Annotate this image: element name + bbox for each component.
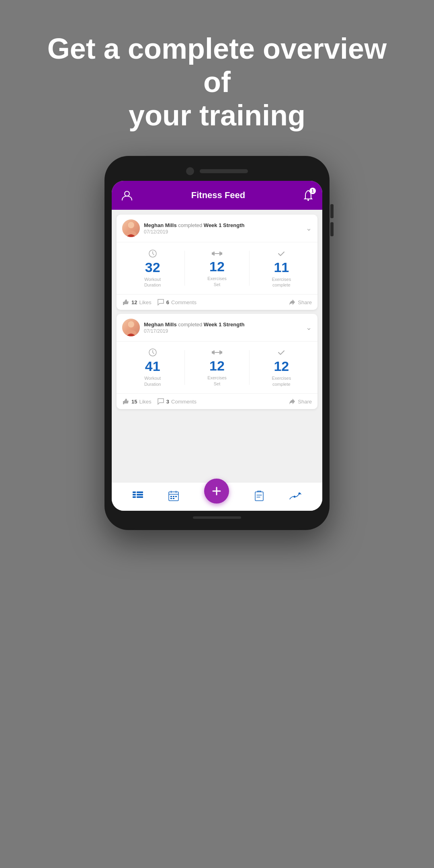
svg-rect-16 bbox=[213, 350, 215, 354]
phone-screen: Fitness Feed 1 bbox=[112, 181, 322, 511]
checkmark-icon-2 bbox=[277, 348, 286, 357]
svg-rect-23 bbox=[137, 491, 143, 493]
card-1-share-label: Share bbox=[298, 299, 312, 305]
svg-rect-28 bbox=[173, 496, 174, 497]
card-1-likes-label: Likes bbox=[139, 299, 151, 305]
phone-top-bar bbox=[112, 167, 322, 175]
svg-rect-21 bbox=[133, 494, 136, 495]
app-header: Fitness Feed 1 bbox=[112, 181, 322, 210]
card-1-exercises-set-label: ExercisesSet bbox=[207, 276, 227, 287]
svg-rect-25 bbox=[137, 496, 143, 498]
card-1-chevron[interactable]: ⌄ bbox=[306, 224, 312, 233]
card-2-comments-label: Comments bbox=[171, 399, 197, 405]
avatar-2 bbox=[122, 319, 140, 336]
svg-rect-6 bbox=[212, 252, 213, 255]
workout-card-2: Meghan Mills completed Week 1 Strength 0… bbox=[117, 314, 317, 409]
card-1-comments-count: 6 bbox=[166, 299, 169, 305]
card-2-comments[interactable]: 3 Comments bbox=[157, 398, 197, 405]
profile-icon[interactable] bbox=[120, 188, 134, 203]
svg-rect-17 bbox=[215, 352, 219, 353]
phone-bottom-bar bbox=[112, 516, 322, 519]
svg-rect-22 bbox=[133, 496, 136, 498]
card-1-likes[interactable]: 12 Likes bbox=[122, 299, 151, 306]
card-1-user-info: Meghan Mills completed Week 1 Strength 0… bbox=[144, 222, 244, 235]
notification-badge: 1 bbox=[309, 188, 316, 194]
svg-rect-32 bbox=[255, 492, 263, 501]
card-2-likes[interactable]: 15 Likes bbox=[122, 398, 151, 405]
nav-clipboard[interactable] bbox=[254, 490, 264, 502]
card-2-share-label: Share bbox=[298, 399, 312, 405]
svg-rect-24 bbox=[137, 494, 143, 495]
card-1-stats: 32 WorkoutDuration bbox=[117, 242, 317, 295]
dumbbell-icon-2 bbox=[212, 348, 222, 356]
card-1-duration-label: WorkoutDuration bbox=[144, 276, 161, 288]
card-2-exercises-set-value: 12 bbox=[209, 359, 225, 373]
phone-side-btn-vol-up bbox=[330, 204, 334, 218]
card-1-likes-count: 12 bbox=[131, 299, 137, 305]
card-2-stat-exercises-set: 12 ExercisesSet bbox=[185, 348, 249, 387]
card-2-exercises-complete-value: 12 bbox=[274, 359, 289, 373]
phone-side-btn-vol-down bbox=[330, 222, 334, 236]
fab-add-button[interactable] bbox=[204, 479, 229, 504]
phone-device: Fitness Feed 1 bbox=[104, 156, 330, 530]
card-1-comments-label: Comments bbox=[171, 299, 197, 305]
card-1-date: 07/12/2019 bbox=[144, 229, 244, 235]
svg-rect-20 bbox=[133, 491, 136, 493]
card-1-exercises-complete-value: 11 bbox=[274, 260, 289, 274]
card-1-comments[interactable]: 6 Comments bbox=[157, 299, 197, 306]
phone-camera bbox=[186, 167, 194, 175]
card-2-likes-label: Likes bbox=[139, 399, 151, 405]
svg-point-0 bbox=[125, 191, 129, 196]
card-2-stat-duration: 41 WorkoutDuration bbox=[121, 348, 184, 387]
nav-chart[interactable] bbox=[289, 491, 302, 501]
svg-rect-8 bbox=[215, 253, 219, 254]
card-1-duration-value: 32 bbox=[145, 260, 160, 274]
card-1-action: completed bbox=[178, 222, 204, 228]
card-2-stats: 41 WorkoutDuration bbox=[117, 342, 317, 394]
svg-rect-7 bbox=[213, 252, 215, 256]
card-1-share[interactable]: Share bbox=[289, 299, 312, 306]
card-2-username: Meghan Mills bbox=[144, 321, 177, 328]
card-2-share[interactable]: Share bbox=[289, 398, 312, 405]
card-2-duration-value: 41 bbox=[145, 359, 160, 373]
page-headline: Get a complete overview of your training bbox=[0, 0, 434, 156]
svg-point-1 bbox=[307, 199, 309, 201]
card-1-stat-duration: 32 WorkoutDuration bbox=[121, 249, 184, 288]
card-2-stat-exercises-complete: 12 Exercisescomplete bbox=[250, 348, 313, 387]
nav-calendar[interactable] bbox=[168, 490, 179, 502]
card-1-stat-exercises-complete: 11 Exercisescomplete bbox=[250, 249, 313, 288]
svg-rect-18 bbox=[219, 350, 221, 354]
card-2-duration-label: WorkoutDuration bbox=[144, 375, 161, 387]
svg-rect-10 bbox=[221, 252, 222, 255]
card-1-exercises-set-value: 12 bbox=[209, 260, 225, 273]
checkmark-icon-1 bbox=[277, 249, 286, 258]
svg-rect-9 bbox=[219, 252, 221, 256]
phone-home-indicator bbox=[193, 516, 241, 519]
notification-bell[interactable]: 1 bbox=[302, 189, 314, 201]
card-2-comments-count: 3 bbox=[166, 399, 169, 405]
feed-area: Meghan Mills completed Week 1 Strength 0… bbox=[112, 210, 322, 482]
svg-point-34 bbox=[299, 493, 301, 495]
svg-rect-27 bbox=[170, 496, 172, 497]
card-2-exercises-complete-label: Exercisescomplete bbox=[272, 375, 291, 387]
svg-point-33 bbox=[294, 496, 296, 498]
svg-rect-29 bbox=[175, 496, 177, 497]
svg-rect-31 bbox=[173, 498, 174, 499]
nav-feed[interactable] bbox=[132, 491, 143, 501]
svg-rect-30 bbox=[170, 498, 172, 499]
phone-speaker bbox=[200, 169, 248, 173]
card-2-header: Meghan Mills completed Week 1 Strength 0… bbox=[117, 314, 317, 342]
card-2-exercises-set-label: ExercisesSet bbox=[207, 375, 227, 387]
svg-point-4 bbox=[128, 222, 134, 228]
avatar-1 bbox=[122, 219, 140, 237]
card-2-actions: 15 Likes 3 Comments Share bbox=[117, 394, 317, 409]
card-1-username: Meghan Mills bbox=[144, 222, 177, 228]
clock-icon-1 bbox=[148, 249, 157, 258]
svg-point-13 bbox=[128, 321, 134, 328]
svg-rect-19 bbox=[221, 351, 222, 354]
card-1-workout: Week 1 Strength bbox=[204, 222, 245, 228]
card-2-date: 07/17/2019 bbox=[144, 328, 244, 334]
card-2-chevron[interactable]: ⌄ bbox=[306, 323, 312, 332]
card-2-action: completed bbox=[178, 321, 204, 328]
bottom-nav bbox=[112, 482, 322, 511]
